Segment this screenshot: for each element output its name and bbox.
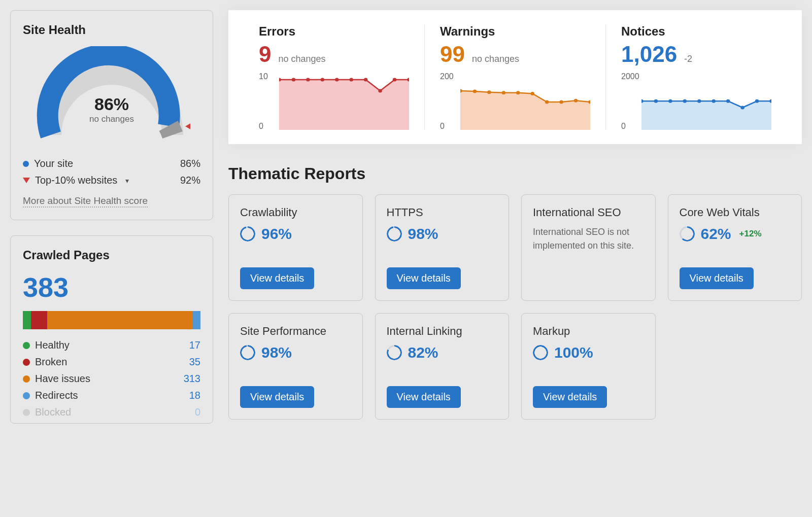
svg-marker-0 [185,123,190,130]
dot-icon [23,161,29,167]
progress-ring-icon [387,226,402,242]
thematic-card: Markup100%View details [521,313,656,420]
metric-errors-value: 9 [259,42,271,67]
crawled-pages-total: 383 [23,271,200,303]
card-title: Crawlability [240,206,351,219]
warnings-sparkline: 200 0 [440,74,590,130]
site-health-more-link[interactable]: More about Site Health score [23,195,148,208]
metric-errors-delta: no changes [278,54,325,64]
metric-errors-title: Errors [259,24,409,39]
crawled-pages-row: Have issues313 [23,373,200,385]
progress-ring-icon [533,345,548,360]
thematic-card: Crawlability96%View details [228,194,363,301]
svg-point-23 [668,99,672,103]
view-details-button[interactable]: View details [680,267,754,289]
card-title: Site Performance [240,325,351,338]
view-details-button[interactable]: View details [533,386,607,408]
view-details-button[interactable]: View details [387,386,461,408]
card-percent: 98% [408,225,438,243]
crawled-pages-row: Broken35 [23,356,200,368]
thematic-card: International SEOInternational SEO is no… [521,194,656,301]
svg-point-2 [292,78,295,82]
card-percent: 62% [701,225,731,243]
card-note: International SEO is not implemented on … [533,225,644,253]
card-percent: 98% [261,344,292,361]
metric-errors: Errors 9 no changes 10 0 [244,24,425,130]
thematic-card: Internal Linking82%View details [375,313,510,420]
crawled-pages-row: Redirects18 [23,390,200,401]
dot-icon [23,342,30,349]
bar-segment [31,311,47,329]
svg-point-17 [545,100,549,104]
svg-point-9 [393,78,396,82]
metric-warnings-delta: no changes [472,54,519,64]
view-details-button[interactable]: View details [387,267,461,289]
crawled-pages-title: Crawled Pages [23,248,200,262]
svg-point-28 [740,106,744,110]
svg-point-8 [378,89,382,93]
svg-point-29 [755,99,759,103]
site-health-panel: Site Health 86% no changes [10,10,213,220]
svg-point-15 [516,91,520,94]
card-title: HTTPS [387,206,498,219]
metrics-band: Errors 9 no changes 10 0 Warnings 99 no … [228,10,802,144]
bar-segment [47,311,192,329]
svg-point-27 [726,99,730,103]
thematic-card: HTTPS98%View details [375,194,510,301]
metric-warnings: Warnings 99 no changes 200 0 [425,24,606,130]
dot-icon [23,392,30,399]
progress-ring-icon [240,345,255,360]
svg-point-5 [335,78,339,82]
view-details-button[interactable]: View details [240,267,314,289]
bar-segment [192,311,200,329]
card-title: Core Web Vitals [680,206,791,219]
progress-ring-icon [680,226,695,242]
card-title: Markup [533,325,644,338]
metric-warnings-value: 99 [440,42,465,67]
svg-point-18 [559,100,563,104]
svg-point-22 [654,99,658,103]
crawled-pages-row: Healthy17 [23,339,200,351]
svg-point-24 [683,99,687,103]
chevron-down-icon: ▾ [125,177,129,185]
site-health-percent: 86% [89,94,134,114]
metric-notices-delta: -2 [684,54,692,64]
thematic-cards: Crawlability96%View detailsHTTPS98%View … [228,194,802,420]
svg-point-3 [306,78,310,82]
svg-point-25 [697,99,701,103]
card-title: Internal Linking [387,325,498,338]
view-details-button[interactable]: View details [240,386,314,408]
metric-notices: Notices 1,026 -2 2000 0 [606,24,787,130]
dot-icon [23,359,30,366]
card-percent: 100% [554,344,593,361]
svg-point-12 [473,90,477,93]
svg-point-16 [530,92,534,95]
site-health-gauge: 86% no changes [33,46,190,148]
legend-top10[interactable]: Top-10% websites▾ 92% [23,175,200,186]
progress-ring-icon [387,345,402,360]
thematic-title: Thematic Reports [228,164,802,183]
svg-point-4 [321,78,324,82]
card-delta: +12% [739,229,762,239]
svg-point-14 [502,91,505,94]
crawled-pages-bar [23,311,200,329]
triangle-down-icon [23,178,30,183]
metric-notices-title: Notices [621,24,771,39]
dot-icon [23,375,30,383]
card-percent: 96% [261,225,292,243]
site-health-title: Site Health [23,23,200,37]
thematic-card: Core Web Vitals62%+12%View details [668,194,802,301]
site-health-change: no changes [89,114,134,124]
svg-point-26 [712,99,715,103]
metric-warnings-title: Warnings [440,24,590,39]
svg-point-7 [364,78,367,82]
svg-point-6 [349,78,353,82]
svg-point-19 [574,99,578,102]
crawled-pages-row: Blocked0 [23,406,200,418]
bar-segment [23,311,31,329]
progress-ring-icon [240,226,255,242]
dot-icon [23,409,30,416]
svg-point-13 [487,90,491,94]
thematic-card: Site Performance98%View details [228,313,363,420]
card-percent: 82% [408,344,438,361]
